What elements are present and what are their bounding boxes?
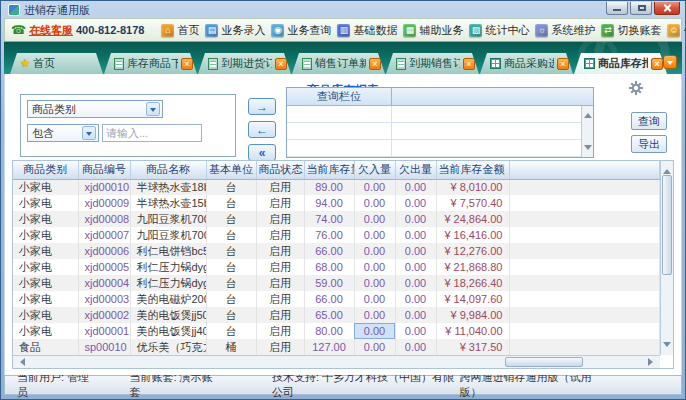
table-cell[interactable]: 小家电	[13, 195, 78, 211]
table-cell[interactable]: 启用	[256, 227, 304, 243]
table-cell[interactable]: 启用	[256, 243, 304, 259]
tab-stock-report[interactable]: 商品库存报表×	[574, 53, 667, 74]
column-header[interactable]: 商品名称	[130, 161, 206, 179]
export-button[interactable]: 导出	[631, 135, 667, 153]
menu-item-switch-account[interactable]: ⇄切换账套	[598, 21, 664, 40]
table-cell[interactable]: 0.00	[395, 259, 436, 275]
table-cell[interactable]: 小家电	[13, 227, 78, 243]
table-cell[interactable]: 0.00	[354, 179, 395, 195]
table-cell[interactable]: 小家电	[13, 259, 78, 275]
table-cell[interactable]: 59.00	[304, 275, 354, 291]
table-cell[interactable]: 启用	[256, 307, 304, 323]
vertical-scrollbar[interactable]	[660, 161, 673, 355]
table-cell[interactable]: 0.00	[354, 339, 395, 355]
table-cell[interactable]: 台	[206, 179, 256, 195]
tab-close-button[interactable]: ×	[651, 58, 663, 70]
table-cell[interactable]: ¥ 24,864.00	[436, 211, 509, 227]
table-cell[interactable]: xjd00004	[78, 275, 130, 291]
table-cell[interactable]: 美的电饭煲jj508h	[130, 307, 206, 323]
table-cell[interactable]: 0.00	[354, 243, 395, 259]
table-cell[interactable]: xjd00002	[78, 307, 130, 323]
table-cell[interactable]: ¥ 16,416.00	[436, 227, 509, 243]
column-header[interactable]: 基本单位	[206, 161, 256, 179]
filter-operator-select[interactable]: 包含	[27, 124, 99, 142]
table-cell[interactable]: 68.00	[304, 259, 354, 275]
tab-due-purchase-orders[interactable]: 到期进货订单提×	[198, 53, 291, 74]
table-row[interactable]: 小家电xjd00008九阳豆浆机700a88台启用74.000.000.00¥ …	[13, 211, 660, 227]
table-cell[interactable]: 74.00	[304, 211, 354, 227]
table-cell[interactable]: 优乐美（巧克力）	[130, 339, 206, 355]
table-cell[interactable]: 九阳豆浆机700b28	[130, 227, 206, 243]
table-cell[interactable]: ¥ 7,570.40	[436, 195, 509, 211]
table-cell[interactable]: 小家电	[13, 243, 78, 259]
add-condition-button[interactable]: →	[248, 98, 276, 115]
column-header[interactable]: 商品类别	[13, 161, 78, 179]
table-cell[interactable]: 启用	[256, 291, 304, 307]
table-cell[interactable]: 0.00	[354, 227, 395, 243]
tab-due-sales-orders[interactable]: 到期销售订单提×	[386, 53, 479, 74]
table-cell[interactable]: ¥ 11,040.00	[436, 323, 509, 339]
table-cell[interactable]: 小家电	[13, 307, 78, 323]
table-cell[interactable]: 台	[206, 195, 256, 211]
menu-item-statistics-center[interactable]: ▧统计中心	[466, 21, 532, 40]
table-cell[interactable]: 台	[206, 307, 256, 323]
table-cell[interactable]: 76.00	[304, 227, 354, 243]
tab-sales-order-new[interactable]: 销售订单新增×	[292, 53, 385, 74]
table-row[interactable]: 小家电xjd00004利仁压力锅dyg4b台启用59.000.000.00¥ 1…	[13, 275, 660, 291]
column-header[interactable]: 欠入量	[354, 161, 395, 179]
table-cell[interactable]: xjd00009	[78, 195, 130, 211]
table-cell[interactable]: 食品	[13, 339, 78, 355]
table-cell[interactable]: 0.00	[354, 259, 395, 275]
table-cell[interactable]: 0.00	[395, 179, 436, 195]
table-cell[interactable]: 启用	[256, 211, 304, 227]
table-cell[interactable]: 65.00	[304, 307, 354, 323]
column-header[interactable]: 商品状态	[256, 161, 304, 179]
tab-close-button[interactable]: ×	[181, 58, 193, 70]
table-cell[interactable]: 半球热水壶18ba9	[130, 179, 206, 195]
table-cell[interactable]: 启用	[256, 179, 304, 195]
table-cell[interactable]: 台	[206, 227, 256, 243]
table-cell[interactable]: 小家电	[13, 211, 78, 227]
table-cell[interactable]: 启用	[256, 323, 304, 339]
menu-item-auxiliary-business[interactable]: ▦辅助业务	[400, 21, 466, 40]
table-row[interactable]: 小家电xjd00010半球热水壶18ba9台启用89.000.000.00¥ 8…	[13, 179, 660, 195]
table-cell[interactable]: 利仁电饼铛bc56a	[130, 243, 206, 259]
table-cell[interactable]: 小家电	[13, 323, 78, 339]
tab-close-button[interactable]: ×	[557, 58, 569, 70]
filter-value-input[interactable]	[102, 124, 202, 142]
table-cell[interactable]: xjd00006	[78, 243, 130, 259]
tab-close-button[interactable]: ×	[369, 58, 381, 70]
table-cell[interactable]: 台	[206, 291, 256, 307]
table-cell[interactable]: xjd00003	[78, 291, 130, 307]
table-row[interactable]: 小家电xjd00002美的电饭煲jj508h台启用65.000.000.00¥ …	[13, 307, 660, 323]
table-cell[interactable]: 台	[206, 259, 256, 275]
table-cell[interactable]: 94.00	[304, 195, 354, 211]
table-cell[interactable]: 89.00	[304, 179, 354, 195]
horizontal-scrollbar[interactable]	[13, 355, 660, 368]
table-cell[interactable]: sp00010	[78, 339, 130, 355]
column-header[interactable]: 当前库存量	[304, 161, 354, 179]
table-cell[interactable]: ¥ 18,266.40	[436, 275, 509, 291]
tab-stock-lower-limit[interactable]: 库存商品下限提×	[104, 53, 197, 74]
table-cell[interactable]: 0.00	[354, 275, 395, 291]
table-cell[interactable]: 美的电磁炉2002	[130, 291, 206, 307]
table-cell[interactable]: ¥ 8,010.00	[436, 179, 509, 195]
table-cell[interactable]: 0.00	[395, 339, 436, 355]
table-cell[interactable]: 66.00	[304, 291, 354, 307]
menu-item-system-maintenance[interactable]: ☼系统维护	[532, 21, 598, 40]
column-header[interactable]: 欠出量	[395, 161, 436, 179]
menu-item-business-entry[interactable]: ▤业务录入	[202, 21, 268, 40]
table-cell[interactable]: ¥ 9,984.00	[436, 307, 509, 323]
table-cell[interactable]: 0.00	[395, 323, 436, 339]
tab-home[interactable]: ★首页	[10, 53, 103, 74]
minimize-button[interactable]	[606, 2, 628, 15]
table-cell[interactable]: 启用	[256, 195, 304, 211]
table-cell[interactable]: ¥ 12,276.00	[436, 243, 509, 259]
online-service-link[interactable]: ☎ 在线客服 400-812-8178	[11, 23, 144, 38]
table-cell[interactable]: 0.00	[395, 211, 436, 227]
table-cell[interactable]: 0.00	[395, 307, 436, 323]
table-cell[interactable]: 启用	[256, 275, 304, 291]
table-cell[interactable]: ¥ 317.50	[436, 339, 509, 355]
column-header[interactable]: 商品编号	[78, 161, 130, 179]
table-cell[interactable]: 127.00	[304, 339, 354, 355]
